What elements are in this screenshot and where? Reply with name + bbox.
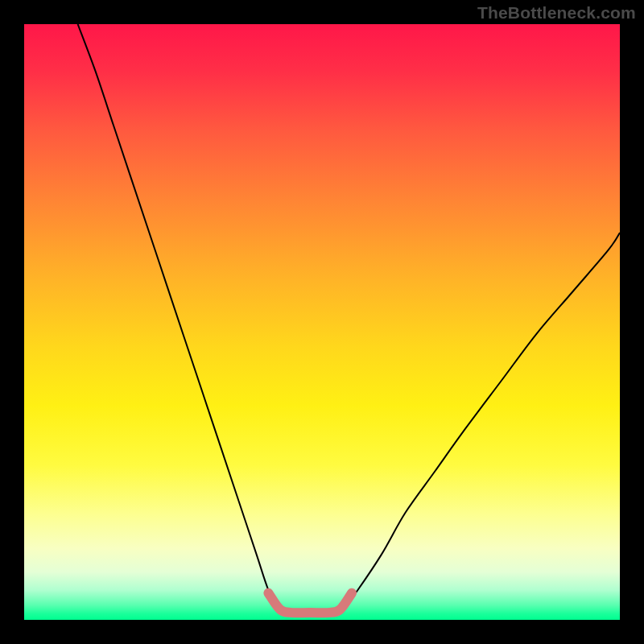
plot-area <box>24 24 620 620</box>
bottleneck-curve-right <box>340 233 620 614</box>
chart-frame: TheBottleneck.com <box>0 0 644 644</box>
curve-layer <box>24 24 620 620</box>
watermark-text: TheBottleneck.com <box>477 3 636 23</box>
bottleneck-curve-left <box>78 24 281 614</box>
highlight-band <box>268 593 352 613</box>
